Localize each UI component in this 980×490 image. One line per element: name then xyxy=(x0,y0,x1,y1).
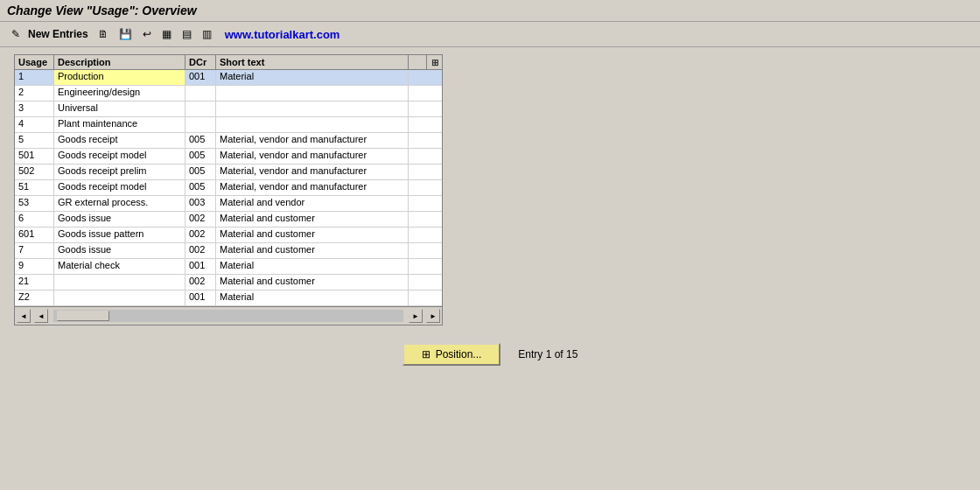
cell-description: GR external process. xyxy=(54,196,186,211)
table-btn[interactable]: ▦ xyxy=(158,25,176,43)
cell-usage: 502 xyxy=(15,164,54,179)
table-row[interactable]: 4Plant maintenance xyxy=(15,117,442,133)
nav-icon: ▤ xyxy=(182,28,192,40)
scroll-far-right-btn[interactable]: ► xyxy=(426,309,440,323)
cell-description: Goods receipt model xyxy=(54,149,186,164)
table-row[interactable]: 3Universal xyxy=(15,102,442,117)
cell-short-text: Material and customer xyxy=(216,243,409,258)
cell-description: Production xyxy=(54,70,186,85)
cell-dcr: 001 xyxy=(186,259,216,274)
horiz-thumb xyxy=(57,311,109,321)
col-header-dcr: DCr xyxy=(186,55,216,69)
scroll-left-btn[interactable]: ◄ xyxy=(17,309,31,323)
undo-btn[interactable]: ↩ xyxy=(138,25,156,43)
table-row[interactable]: 6Goods issue002Material and customer xyxy=(15,212,442,228)
pen-icon-btn[interactable]: ✎ xyxy=(7,25,24,43)
cell-dcr: 001 xyxy=(186,70,216,85)
save-btn[interactable]: 💾 xyxy=(115,25,136,43)
table-footer: ◄ ◄ ► ► xyxy=(15,306,442,325)
cell-short-text: Material and customer xyxy=(216,212,409,227)
cell-short-text: Material, vendor and manufacturer xyxy=(216,164,409,179)
cell-dcr: 005 xyxy=(186,180,216,195)
table-row[interactable]: 21002Material and customer xyxy=(15,275,442,290)
cell-usage: 501 xyxy=(15,149,54,164)
cell-short-text: Material and customer xyxy=(216,275,409,290)
table-row[interactable]: 51Goods receipt model005Material, vendor… xyxy=(15,180,442,196)
cell-usage: 2 xyxy=(15,86,54,101)
horiz-scroll[interactable] xyxy=(53,310,403,322)
position-button[interactable]: ⊞ Position... xyxy=(402,343,501,366)
cell-short-text xyxy=(216,117,409,132)
scroll-right-btn[interactable]: ► xyxy=(409,309,423,323)
cell-description: Plant maintenance xyxy=(54,117,186,132)
cell-dcr: 002 xyxy=(186,228,216,242)
cell-short-text: Material and vendor xyxy=(216,196,409,211)
cell-usage: Z2 xyxy=(15,290,54,305)
cell-short-text: Material xyxy=(216,290,409,305)
cell-dcr: 002 xyxy=(186,275,216,290)
cell-description: Universal xyxy=(54,102,186,116)
cell-short-text: Material, vendor and manufacturer xyxy=(216,149,409,164)
cell-short-text: Material and customer xyxy=(216,228,409,242)
table-row[interactable]: 9Material check001Material xyxy=(15,259,442,275)
cell-short-text: Material, vendor and manufacturer xyxy=(216,180,409,195)
table-icon: ▦ xyxy=(162,28,172,40)
cell-dcr xyxy=(186,86,216,101)
cell-description: Material check xyxy=(54,259,186,274)
cell-description: Goods receipt xyxy=(54,133,186,148)
external-link[interactable]: www.tutorialkart.com xyxy=(225,28,340,41)
title-bar: Change View "Usage": Overview xyxy=(0,0,980,22)
cell-short-text xyxy=(216,102,409,116)
toolbar: ✎ New Entries 🗎 💾 ↩ ▦ ▤ ▥ www.tutorialka… xyxy=(0,22,980,47)
cell-short-text xyxy=(216,86,409,101)
cell-dcr: 005 xyxy=(186,133,216,148)
save-icon: 💾 xyxy=(119,28,132,40)
cell-dcr: 001 xyxy=(186,290,216,305)
new-entries-label: New Entries xyxy=(28,28,88,40)
cell-dcr xyxy=(186,117,216,132)
table-row[interactable]: 5Goods receipt005Material, vendor and ma… xyxy=(15,133,442,149)
table-row[interactable]: 53GR external process.003Material and ve… xyxy=(15,196,442,212)
cell-dcr xyxy=(186,102,216,116)
table-row[interactable]: Z2001Material xyxy=(15,290,442,306)
cell-usage: 1 xyxy=(15,70,54,85)
page-title: Change View "Usage": Overview xyxy=(7,4,197,18)
table-row[interactable]: 601Goods issue pattern002Material and cu… xyxy=(15,228,442,243)
cell-description xyxy=(54,275,186,290)
col-settings-icon[interactable]: ⊞ xyxy=(426,55,442,69)
table-body: 1Production001Material2Engineering/desig… xyxy=(15,70,442,306)
cell-usage: 9 xyxy=(15,259,54,274)
table-row[interactable]: 501Goods receipt model005Material, vendo… xyxy=(15,149,442,164)
col-header-usage: Usage xyxy=(15,55,54,69)
cell-short-text: Material, vendor and manufacturer xyxy=(216,133,409,148)
table-row[interactable]: 1Production001Material xyxy=(15,70,442,86)
cell-usage: 601 xyxy=(15,228,54,242)
cell-usage: 6 xyxy=(15,212,54,227)
nav-btn[interactable]: ▤ xyxy=(178,25,196,43)
copy-btn[interactable]: 🗎 xyxy=(94,25,113,43)
table-row[interactable]: 7Goods issue002Material and customer xyxy=(15,243,442,259)
cell-short-text: Material xyxy=(216,259,409,274)
cell-description: Goods issue xyxy=(54,243,186,258)
copy-icon: 🗎 xyxy=(98,28,108,40)
position-label: Position... xyxy=(436,348,482,360)
cell-dcr: 002 xyxy=(186,212,216,227)
cell-description: Goods issue pattern xyxy=(54,228,186,242)
cell-usage: 7 xyxy=(15,243,54,258)
cell-usage: 51 xyxy=(15,180,54,195)
col-btn[interactable]: ▥ xyxy=(198,25,216,43)
scroll-right-left-btn[interactable]: ◄ xyxy=(34,309,48,323)
cell-description: Goods issue xyxy=(54,212,186,227)
table-row[interactable]: 502Goods receipt prelim005Material, vend… xyxy=(15,164,442,180)
pen-icon: ✎ xyxy=(11,28,20,40)
col-header-description: Description xyxy=(54,55,186,69)
cell-usage: 21 xyxy=(15,275,54,290)
cell-description: Engineering/design xyxy=(54,86,186,101)
cell-dcr: 005 xyxy=(186,149,216,164)
main-content: Usage Description DCr Short text ⊞ 1Prod… xyxy=(0,47,980,332)
bottom-bar: ⊞ Position... Entry 1 of 15 xyxy=(0,332,980,376)
cell-dcr: 005 xyxy=(186,164,216,179)
cell-usage: 3 xyxy=(15,102,54,116)
cell-usage: 53 xyxy=(15,196,54,211)
table-row[interactable]: 2Engineering/design xyxy=(15,86,442,102)
